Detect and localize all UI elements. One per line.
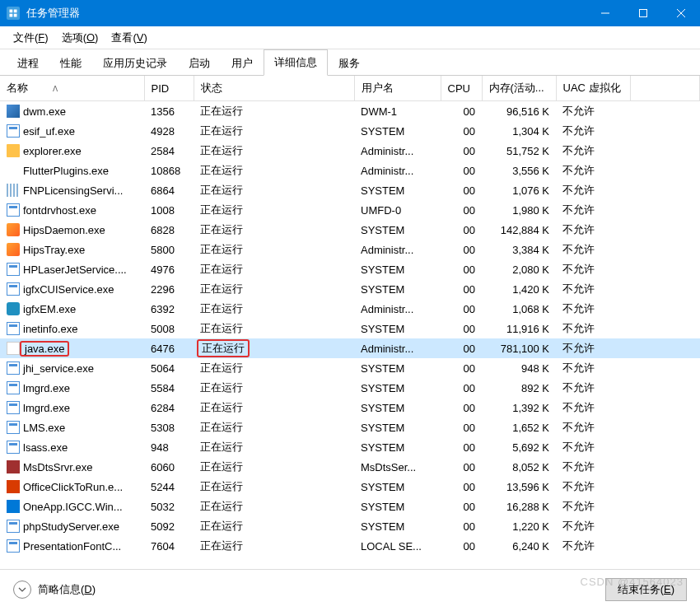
- column-cpu[interactable]: CPU: [441, 76, 482, 101]
- process-mem: 1,392 K: [482, 398, 556, 417]
- process-uac: 不允许: [556, 338, 630, 358]
- table-row[interactable]: lmgrd.exe 5584 正在运行 SYSTEM 00 892 K 不允许: [0, 378, 700, 398]
- process-status: 正在运行: [194, 417, 354, 437]
- column-status[interactable]: 状态: [194, 76, 354, 101]
- table-row[interactable]: fontdrvhost.exe 1008 正在运行 UMFD-0 00 1,98…: [0, 200, 700, 220]
- process-pid: 5308: [144, 417, 194, 437]
- maximize-button[interactable]: [624, 0, 662, 26]
- close-button[interactable]: [662, 0, 700, 26]
- table-row[interactable]: FlutterPlugins.exe 10868 正在运行 Administr.…: [0, 161, 700, 180]
- process-uac: 不允许: [556, 477, 630, 497]
- process-name: OneApp.IGCC.Win...: [23, 501, 123, 513]
- table-row[interactable]: igfxEM.exe 6392 正在运行 Administr... 00 1,0…: [0, 299, 700, 319]
- process-name: dwm.exe: [23, 105, 66, 118]
- process-name: HPLaserJetService....: [23, 264, 127, 276]
- table-row[interactable]: lsass.exe 948 正在运行 SYSTEM 00 5,692 K 不允许: [0, 437, 700, 457]
- titlebar: 任务管理器: [0, 0, 700, 26]
- tab-1[interactable]: 性能: [49, 50, 92, 76]
- process-user: SYSTEM: [354, 398, 441, 417]
- tab-5[interactable]: 详细信息: [264, 49, 328, 76]
- menu-view[interactable]: 查看(V): [105, 27, 153, 49]
- menubar: 文件(F) 选项(O) 查看(V): [0, 26, 700, 49]
- table-row[interactable]: HipsTray.exe 5800 正在运行 Administr... 00 3…: [0, 240, 700, 259]
- column-user[interactable]: 用户名: [354, 76, 441, 101]
- table-row[interactable]: OneApp.IGCC.Win... 5032 正在运行 SYSTEM 00 1…: [0, 497, 700, 516]
- process-table-container[interactable]: 名称ᐱ PID 状态 用户名 CPU 内存(活动... UAC 虚拟化 dwm.…: [0, 76, 700, 570]
- table-row[interactable]: LMS.exe 5308 正在运行 SYSTEM 00 1,652 K 不允许: [0, 417, 700, 437]
- process-icon: [7, 144, 20, 157]
- process-name: jhi_service.exe: [23, 362, 94, 375]
- process-pid: 5244: [144, 477, 194, 497]
- process-icon: [7, 539, 20, 553]
- process-mem: 892 K: [482, 378, 556, 398]
- menu-file[interactable]: 文件(F): [7, 27, 55, 49]
- table-row[interactable]: phpStudyServer.exe 5092 正在运行 SYSTEM 00 1…: [0, 516, 700, 536]
- process-cpu: 00: [441, 417, 482, 437]
- process-cpu: 00: [441, 220, 482, 240]
- process-icon: [7, 282, 20, 296]
- process-pid: 5008: [144, 319, 194, 338]
- table-row[interactable]: java.exe 6476 正在运行 Administr... 00 781,1…: [0, 338, 700, 358]
- process-name: FlutterPlugins.exe: [23, 165, 109, 177]
- process-status: 正在运行: [194, 299, 354, 319]
- process-pid: 2296: [144, 279, 194, 299]
- table-row[interactable]: HPLaserJetService.... 4976 正在运行 SYSTEM 0…: [0, 259, 700, 279]
- process-mem: 96,516 K: [482, 101, 556, 122]
- column-pid[interactable]: PID: [144, 76, 194, 101]
- process-icon: [7, 460, 20, 473]
- process-pid: 10868: [144, 161, 194, 180]
- process-status: 正在运行: [194, 457, 354, 477]
- tab-2[interactable]: 应用历史记录: [92, 50, 178, 76]
- process-icon: [7, 480, 20, 493]
- column-mem[interactable]: 内存(活动...: [482, 76, 556, 101]
- table-row[interactable]: lmgrd.exe 6284 正在运行 SYSTEM 00 1,392 K 不允…: [0, 398, 700, 417]
- table-row[interactable]: esif_uf.exe 4928 正在运行 SYSTEM 00 1,304 K …: [0, 121, 700, 141]
- process-cpu: 00: [441, 121, 482, 141]
- column-uac[interactable]: UAC 虚拟化: [556, 76, 630, 101]
- process-name: explorer.exe: [23, 145, 82, 157]
- table-row[interactable]: FNPLicensingServi... 6864 正在运行 SYSTEM 00…: [0, 180, 700, 200]
- table-row[interactable]: inetinfo.exe 5008 正在运行 SYSTEM 00 11,916 …: [0, 319, 700, 338]
- process-uac: 不允许: [556, 497, 630, 516]
- process-user: SYSTEM: [354, 497, 441, 516]
- process-uac: 不允许: [556, 319, 630, 338]
- minimize-button[interactable]: [586, 0, 624, 26]
- watermark: CSDN @41564023: [581, 576, 684, 588]
- tab-6[interactable]: 服务: [328, 50, 371, 76]
- process-user: Administr...: [354, 161, 441, 180]
- process-pid: 4928: [144, 121, 194, 141]
- process-mem: 13,596 K: [482, 477, 556, 497]
- process-icon: [7, 302, 20, 315]
- process-mem: 142,884 K: [482, 220, 556, 240]
- process-mem: 8,052 K: [482, 457, 556, 477]
- menu-options[interactable]: 选项(O): [55, 27, 105, 49]
- process-icon: [7, 243, 20, 256]
- table-row[interactable]: dwm.exe 1356 正在运行 DWM-1 00 96,516 K 不允许: [0, 101, 700, 122]
- process-pid: 6864: [144, 180, 194, 200]
- table-row[interactable]: PresentationFontC... 7604 正在运行 LOCAL SE.…: [0, 536, 700, 556]
- brief-info-toggle[interactable]: 简略信息(D): [13, 581, 96, 599]
- process-mem: 3,556 K: [482, 161, 556, 180]
- window-title: 任务管理器: [26, 6, 586, 21]
- process-mem: 1,068 K: [482, 299, 556, 319]
- svg-rect-1: [14, 10, 17, 13]
- table-row[interactable]: jhi_service.exe 5064 正在运行 SYSTEM 00 948 …: [0, 358, 700, 378]
- tab-3[interactable]: 启动: [178, 50, 221, 76]
- tab-4[interactable]: 用户: [221, 50, 264, 76]
- table-row[interactable]: MsDtsSrvr.exe 6060 正在运行 MsDtsSer... 00 8…: [0, 457, 700, 477]
- process-uac: 不允许: [556, 141, 630, 161]
- process-icon: [7, 263, 20, 276]
- process-status: 正在运行: [194, 180, 354, 200]
- table-row[interactable]: HipsDaemon.exe 6828 正在运行 SYSTEM 00 142,8…: [0, 220, 700, 240]
- table-row[interactable]: igfxCUIService.exe 2296 正在运行 SYSTEM 00 1…: [0, 279, 700, 299]
- process-status: 正在运行: [194, 200, 354, 220]
- process-name: esif_uf.exe: [23, 125, 75, 138]
- process-cpu: 00: [441, 457, 482, 477]
- process-name: LMS.exe: [23, 422, 65, 434]
- table-row[interactable]: OfficeClickToRun.e... 5244 正在运行 SYSTEM 0…: [0, 477, 700, 497]
- tab-0[interactable]: 进程: [7, 50, 49, 76]
- process-status: 正在运行: [194, 141, 354, 161]
- column-name[interactable]: 名称ᐱ: [0, 76, 144, 101]
- table-row[interactable]: explorer.exe 2584 正在运行 Administr... 00 5…: [0, 141, 700, 161]
- process-cpu: 00: [441, 299, 482, 319]
